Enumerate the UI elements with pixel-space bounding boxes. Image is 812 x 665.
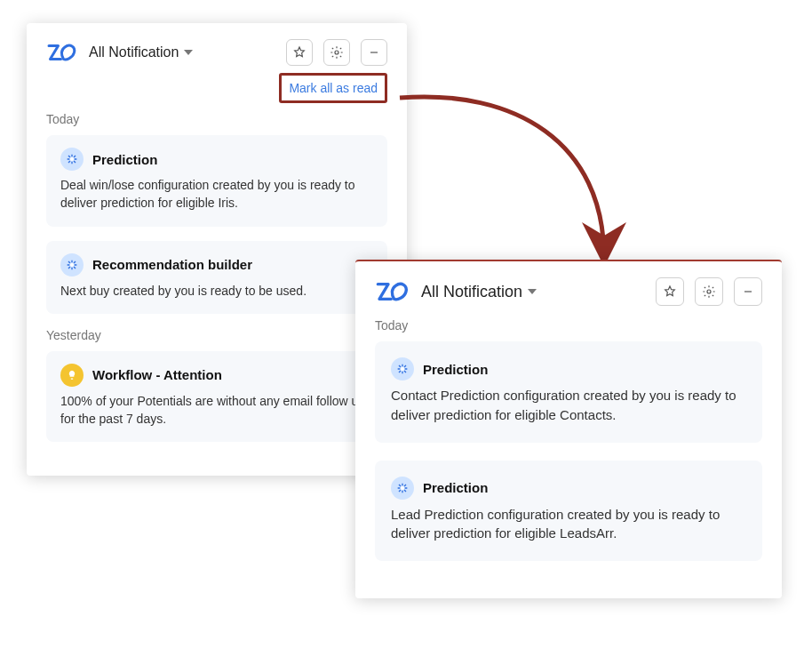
zia-logo <box>46 40 78 65</box>
link-row: Mark all as read <box>46 73 387 103</box>
card-body: Contact Prediction configuration created… <box>391 386 746 425</box>
card-body: Deal win/lose configuration created by y… <box>60 176 373 212</box>
card-title: Workflow - Attention <box>92 367 222 382</box>
notification-card[interactable]: Recommendation builder Next buy created … <box>46 241 387 314</box>
gear-icon <box>60 148 84 171</box>
minimize-button[interactable] <box>734 277 762 306</box>
svg-point-2 <box>70 263 74 267</box>
chevron-down-icon <box>528 289 537 294</box>
gear-icon <box>60 253 84 276</box>
settings-button[interactable] <box>323 39 350 66</box>
card-title: Recommendation builder <box>92 257 252 272</box>
zia-logo <box>375 277 410 306</box>
card-body: Next buy created by you is ready to be u… <box>60 282 373 300</box>
settings-button[interactable] <box>695 277 723 306</box>
group-label-yesterday: Yesterday <box>46 328 387 342</box>
notification-panel-before: All Notification Mark all as read Today … <box>27 23 407 476</box>
svg-point-4 <box>401 367 404 371</box>
panel-header: All Notification <box>46 39 387 66</box>
svg-point-1 <box>70 157 74 161</box>
dropdown-label: All Notification <box>421 283 522 301</box>
minus-icon <box>367 45 381 60</box>
notification-filter-dropdown[interactable]: All Notification <box>421 283 537 301</box>
mark-all-read-link[interactable]: Mark all as read <box>279 73 387 103</box>
card-header: Prediction <box>60 148 373 171</box>
notification-card[interactable]: Workflow - Attention 100% of your Potent… <box>46 351 387 443</box>
svg-point-5 <box>401 486 404 490</box>
card-title: Prediction <box>423 480 488 495</box>
card-title: Prediction <box>92 152 157 167</box>
gear-icon <box>391 477 414 500</box>
flow-arrow <box>382 71 649 284</box>
card-header: Recommendation builder <box>60 253 373 276</box>
card-title: Prediction <box>423 362 488 377</box>
minimize-button[interactable] <box>361 39 387 66</box>
notification-filter-dropdown[interactable]: All Notification <box>89 44 193 60</box>
card-header: Prediction <box>391 357 746 381</box>
notification-panel-after: All Notification Today Prediction Contac… <box>355 260 782 598</box>
chevron-down-icon <box>184 50 193 55</box>
star-icon <box>663 284 677 299</box>
group-label-today: Today <box>375 318 762 332</box>
notification-card[interactable]: Prediction Lead Prediction configuration… <box>375 461 762 562</box>
notification-card[interactable]: Prediction Deal win/lose configuration c… <box>46 135 387 227</box>
panel-header: All Notification <box>375 277 762 306</box>
dropdown-label: All Notification <box>89 44 179 60</box>
card-header: Workflow - Attention <box>60 364 373 387</box>
notification-card[interactable]: Prediction Contact Prediction configurat… <box>375 341 762 443</box>
svg-point-0 <box>335 51 338 54</box>
favorite-button[interactable] <box>286 39 313 66</box>
minus-icon <box>741 284 755 299</box>
gear-icon <box>391 357 414 381</box>
gear-icon <box>330 45 344 60</box>
card-body: 100% of your Potentials are without any … <box>60 392 373 429</box>
svg-point-3 <box>707 290 711 293</box>
favorite-button[interactable] <box>656 277 684 306</box>
lightbulb-icon <box>60 364 84 387</box>
card-body: Lead Prediction configuration created by… <box>391 505 746 544</box>
star-icon <box>292 45 306 60</box>
card-header: Prediction <box>391 477 746 500</box>
gear-icon <box>702 284 716 299</box>
group-label-today: Today <box>46 112 387 126</box>
